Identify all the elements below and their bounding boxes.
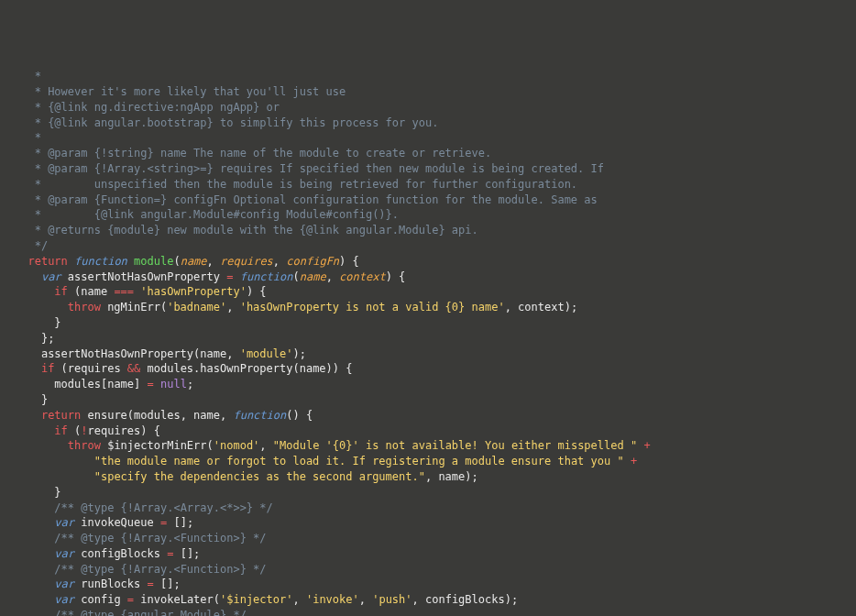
code-token: * {@link angular.Module#config Module#co… [27,208,399,221]
code-line: * [15,69,849,84]
code-line: if (name === 'hasOwnProperty') { [15,284,849,300]
code-token: []; [173,547,200,560]
code-token: name [181,255,207,268]
code-token: ! [81,424,87,437]
code-token: ( [68,424,81,437]
code-token: === [114,285,134,298]
code-token: (requires [54,362,126,375]
code-token: } [54,486,60,499]
code-token: return [27,255,67,268]
code-token: throw [68,301,101,314]
code-token: * {@link ng.directive:ngApp ngApp} or [27,101,280,114]
code-token: var [54,593,74,606]
code-line: }; [15,331,849,346]
code-line: * unspecified then the module is being r… [15,177,849,192]
code-token: * @param {Function=} configFn Optional c… [27,193,597,206]
code-line: throw ngMinErr('badname', 'hasOwnPropert… [15,300,849,315]
code-token: runBlocks [74,578,147,590]
code-line: * {@link angular.Module#config Module#co… [15,207,849,223]
code-line: /** @type {!Array.<Array.<*>>} */ [15,500,849,516]
code-line: * @param {!string} name The name of the … [15,146,849,161]
code-token: = [127,593,134,606]
code-line: "the module name or forgot to load it. I… [15,454,849,469]
code-token: assertNotHasOwnProperty(name, [41,347,240,360]
code-token: (name [68,285,115,298]
code-token: null [160,378,187,390]
code-token: ; [187,378,193,390]
code-token: throw [68,439,101,452]
code-line: * @returns {module} new module with the … [15,223,849,238]
code-token: , [359,593,372,606]
code-line: * [15,130,849,146]
code-token: * @returns {module} new module with the … [27,224,477,236]
code-token: 'module' [240,347,293,360]
code-line: } [15,315,849,331]
code-token: invokeLater( [134,593,220,606]
code-token: = [148,378,154,390]
code-token: } [54,316,60,329]
code-token: function [74,255,127,268]
code-token: invokeQueue [74,516,160,529]
code-token: var [54,578,74,590]
code-token: 'badname' [167,301,226,314]
code-token [154,378,160,390]
code-token: return [41,409,81,422]
code-line: var config = invokeLater('$injector', 'i… [15,592,849,608]
code-line: var invokeQueue = []; [15,515,849,531]
code-token: 'invoke' [306,593,359,606]
code-editor-viewport: * * However it's more likely that you'll… [15,69,849,616]
code-token: * {@link angular.bootstrap} to simplify … [27,116,438,129]
code-token: ) { [339,255,359,268]
code-token: "specify the dependencies as the second … [94,470,425,483]
code-line: var configBlocks = []; [15,546,849,562]
code-token: assertNotHasOwnProperty [61,270,227,283]
code-token: && [127,362,140,375]
code-token: ); [292,347,305,360]
code-token: ( [292,270,299,283]
code-token: , name); [425,470,478,483]
code-line: return ensure(modules, name, function() … [15,408,849,424]
code-token: var [41,270,61,283]
code-token: configFn [286,255,339,268]
code-token: ensure(modules, name, [81,409,233,422]
code-token: 'push' [372,593,412,606]
code-token: () { [286,409,313,422]
code-token: injectorMinErr( [114,439,213,452]
code-token: /** @type {!Array.<Function>} */ [54,563,266,576]
code-token: , [326,270,339,283]
code-token: * However it's more likely that you'll j… [27,85,346,98]
code-token: context [339,270,386,283]
code-line: * @param {Function=} configFn Optional c… [15,192,849,208]
code-token: + [643,439,650,452]
code-line: /** @type {!Array.<Function>} */ [15,531,849,546]
code-token: module [134,255,173,268]
code-token: */ [27,239,48,252]
code-token: ) { [247,285,267,298]
code-line: /** @type {angular.Module} */ [15,608,849,616]
code-token: /** @type {!Array.<Function>} */ [54,532,266,544]
code-token: , [207,255,220,268]
code-token: function [240,270,293,283]
code-token: config [74,593,127,606]
code-token: configBlocks [74,547,167,560]
code-line: * {@link angular.bootstrap} to simplify … [15,116,849,131]
code-token: + [631,455,637,468]
code-token: /** @type {!Array.<Array.<*>>} */ [54,501,272,514]
code-line: /** @type {!Array.<Function>} */ [15,562,849,578]
code-token: } [41,393,48,406]
code-token: , [273,255,286,268]
code-token: * [27,70,40,82]
code-token [233,270,239,283]
code-token: = [148,578,154,590]
code-token: , configBlocks); [412,593,519,606]
code-token: var [54,547,74,560]
code-token: 'nomod' [214,439,260,452]
code-line: assertNotHasOwnProperty(name, 'module'); [15,346,849,362]
code-line: var assertNotHasOwnProperty = function(n… [15,270,849,285]
code-token: modules[name] [54,378,147,390]
code-line: return function module(name, requires, c… [15,254,849,270]
code-token: /** @type {angular.Module} */ [54,609,247,616]
code-line: "specify the dependencies as the second … [15,469,849,485]
code-token: "Module '{0}' is not available! You eith… [273,439,637,452]
code-line: */ [15,238,849,254]
